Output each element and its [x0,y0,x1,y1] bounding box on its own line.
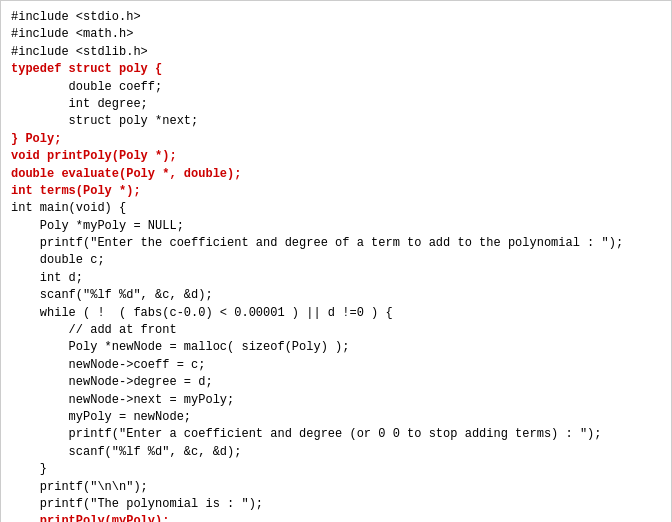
code-line: } Poly; [11,131,661,148]
code-line: while ( ! ( fabs(c-0.0) < 0.00001 ) || d… [11,305,661,322]
code-token: printf("The polynomial is : "); [11,497,263,511]
code-token: printf("\n\n"); [11,480,148,494]
code-token: void printPoly(Poly *); [11,149,177,163]
code-line: } [11,461,661,478]
code-token: int terms(Poly *); [11,184,141,198]
code-token: newNode->coeff = c; [11,358,205,372]
code-token: typedef struct poly { [11,62,162,76]
code-line: typedef struct poly { [11,61,661,78]
code-line: newNode->coeff = c; [11,357,661,374]
code-line: #include <stdlib.h> [11,44,661,61]
code-token: double coeff; [11,80,162,94]
code-line: int d; [11,270,661,287]
code-token: int main(void) { [11,201,126,215]
code-token: while ( ! ( fabs(c-0.0) < 0.00001 ) || d… [11,306,393,320]
code-token: #include <math.h> [11,27,133,41]
code-editor: #include <stdio.h>#include <math.h>#incl… [0,0,672,522]
code-token: // add at front [11,323,177,337]
code-line: newNode->next = myPoly; [11,392,661,409]
code-line: scanf("%lf %d", &c, &d); [11,287,661,304]
code-line: printPoly(myPoly); [11,513,661,522]
code-token: #include <stdlib.h> [11,45,148,59]
code-line: #include <stdio.h> [11,9,661,26]
code-token: Poly *myPoly = NULL; [11,219,184,233]
code-token: } Poly; [11,132,61,146]
code-token: printf("Enter a coefficient and degree (… [11,427,602,441]
code-token: printf("Enter the coefficient and degree… [11,236,623,250]
code-line: // add at front [11,322,661,339]
code-line: Poly *newNode = malloc( sizeof(Poly) ); [11,339,661,356]
code-token: newNode->next = myPoly; [11,393,234,407]
code-line: printf("The polynomial is : "); [11,496,661,513]
code-line: void printPoly(Poly *); [11,148,661,165]
code-line: printf("Enter the coefficient and degree… [11,235,661,252]
code-line: int main(void) { [11,200,661,217]
code-token: } [11,462,47,476]
code-token: scanf("%lf %d", &c, &d); [11,288,213,302]
code-line: scanf("%lf %d", &c, &d); [11,444,661,461]
code-token: scanf("%lf %d", &c, &d); [11,445,241,459]
code-line: printf("\n\n"); [11,479,661,496]
code-line: double evaluate(Poly *, double); [11,166,661,183]
code-token: int degree; [11,97,148,111]
code-line: myPoly = newNode; [11,409,661,426]
code-line: #include <math.h> [11,26,661,43]
code-line: Poly *myPoly = NULL; [11,218,661,235]
code-token: int d; [11,271,83,285]
code-line: struct poly *next; [11,113,661,130]
code-line: double c; [11,252,661,269]
code-line: printf("Enter a coefficient and degree (… [11,426,661,443]
code-token: newNode->degree = d; [11,375,213,389]
code-token: struct poly *next; [11,114,198,128]
code-line: int degree; [11,96,661,113]
code-token: printPoly(myPoly); [11,514,169,522]
code-line: int terms(Poly *); [11,183,661,200]
code-token: #include <stdio.h> [11,10,141,24]
code-token: myPoly = newNode; [11,410,191,424]
code-content: #include <stdio.h>#include <math.h>#incl… [11,9,661,522]
code-line: newNode->degree = d; [11,374,661,391]
code-line: double coeff; [11,79,661,96]
code-token: double c; [11,253,105,267]
code-token: Poly *newNode = malloc( sizeof(Poly) ); [11,340,349,354]
code-token: double evaluate(Poly *, double); [11,167,241,181]
